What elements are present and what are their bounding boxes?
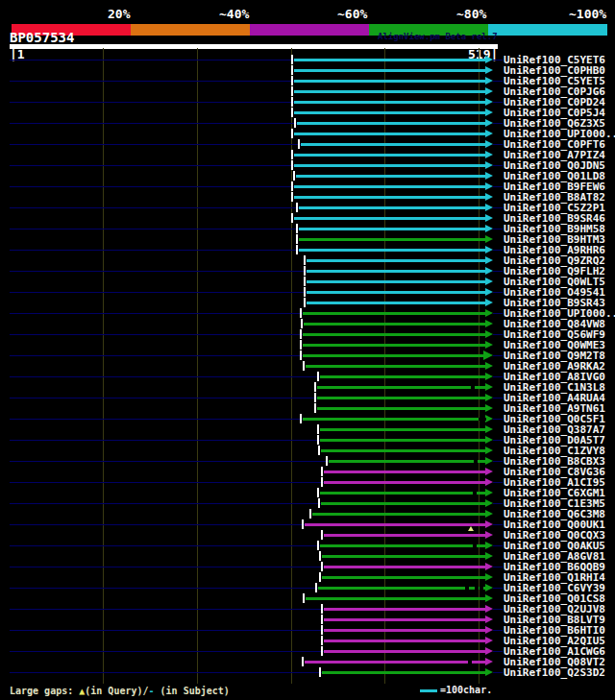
alignment-bar[interactable] bbox=[305, 661, 485, 664]
alignment-bar[interactable] bbox=[307, 302, 485, 304]
alignment-bar[interactable] bbox=[299, 206, 485, 209]
alignment-bar[interactable] bbox=[324, 618, 485, 621]
start-tick bbox=[300, 414, 302, 423]
alignment-bar[interactable] bbox=[299, 249, 485, 252]
start-tick bbox=[321, 477, 323, 487]
start-tick bbox=[317, 488, 319, 497]
large-gaps-legend: Large gaps: ▲(in Query)/- (in Subject) bbox=[10, 686, 230, 696]
alignment-bar[interactable] bbox=[317, 386, 485, 389]
alignment-bar[interactable] bbox=[320, 439, 485, 442]
arrow-head-icon bbox=[485, 542, 493, 549]
alignment-bar[interactable] bbox=[299, 238, 485, 241]
alignment-bar[interactable] bbox=[294, 196, 485, 199]
alignment-bar[interactable] bbox=[297, 122, 485, 125]
alignment-bar[interactable] bbox=[324, 640, 485, 642]
alignment-bar[interactable] bbox=[294, 217, 485, 220]
alignment-bar[interactable] bbox=[320, 544, 485, 547]
trace-line bbox=[10, 271, 307, 272]
alignment-bar[interactable] bbox=[303, 344, 485, 347]
start-tick bbox=[319, 667, 321, 677]
query-id: BP057534 bbox=[10, 30, 74, 45]
alignment-bar[interactable] bbox=[299, 228, 485, 230]
alignment-bar[interactable] bbox=[320, 375, 485, 378]
alignment-bar[interactable] bbox=[303, 354, 485, 357]
trace-line bbox=[493, 545, 503, 546]
alignment-bar[interactable] bbox=[305, 523, 485, 526]
alignment-bar[interactable] bbox=[318, 587, 485, 590]
alignment-bar[interactable] bbox=[324, 608, 485, 611]
alignment-bar[interactable] bbox=[294, 80, 485, 83]
trace-line bbox=[493, 461, 503, 462]
alignment-bar[interactable] bbox=[294, 185, 485, 188]
alignment-bar[interactable] bbox=[304, 323, 485, 326]
alignment-bar[interactable] bbox=[294, 69, 485, 72]
alignment-bar[interactable] bbox=[294, 164, 485, 167]
start-tick bbox=[298, 139, 300, 149]
alignment-bar[interactable] bbox=[322, 555, 485, 558]
alignment-bar[interactable] bbox=[324, 650, 485, 653]
alignment-bar[interactable] bbox=[324, 471, 485, 473]
arrow-head-icon bbox=[485, 552, 493, 560]
alignment-bar[interactable] bbox=[296, 175, 485, 178]
alignment-bar[interactable] bbox=[317, 397, 485, 399]
alignment-bar[interactable] bbox=[322, 576, 485, 579]
trace-line bbox=[10, 419, 303, 420]
arrow-head-icon bbox=[485, 109, 493, 116]
arrow-head-icon bbox=[485, 373, 493, 380]
alignment-bar[interactable] bbox=[324, 481, 485, 484]
trace-line bbox=[493, 376, 503, 377]
arrow-head-icon bbox=[485, 594, 493, 602]
trace-line bbox=[10, 60, 294, 60]
alignment-bar[interactable] bbox=[301, 143, 485, 146]
alignment-bar[interactable] bbox=[324, 566, 485, 568]
alignment-bar[interactable] bbox=[294, 101, 485, 104]
start-tick bbox=[300, 308, 302, 318]
arrow-head-icon bbox=[485, 161, 493, 169]
alignment-bar[interactable] bbox=[294, 154, 485, 157]
alignment-bar[interactable] bbox=[294, 59, 485, 61]
alignment-bar[interactable] bbox=[324, 534, 485, 537]
start-tick bbox=[314, 393, 316, 402]
alignment-row[interactable]: UniRef100_Q2S3D2 bbox=[0, 667, 615, 678]
alignment-bar[interactable] bbox=[306, 597, 485, 600]
start-tick bbox=[296, 234, 298, 244]
arrow-head-icon bbox=[485, 98, 493, 106]
query-bar bbox=[10, 44, 498, 49]
hit-label[interactable]: UniRef100_Q2S3D2 bbox=[504, 667, 605, 678]
alignment-bar[interactable] bbox=[307, 259, 485, 262]
trace-line bbox=[10, 524, 305, 525]
arrow-head-icon bbox=[485, 499, 493, 507]
start-tick bbox=[321, 562, 323, 571]
start-tick bbox=[319, 551, 321, 561]
alignment-bar[interactable] bbox=[320, 428, 485, 431]
unit-scale-label: =100char. bbox=[440, 685, 492, 695]
alignment-bar[interactable] bbox=[307, 270, 485, 273]
alignment-bar[interactable] bbox=[321, 502, 485, 505]
alignment-bar[interactable] bbox=[324, 629, 485, 632]
alignment-bar[interactable] bbox=[294, 111, 485, 114]
arrow-head-icon bbox=[485, 362, 493, 370]
start-tick bbox=[315, 583, 317, 592]
arrow-head-icon bbox=[485, 256, 493, 264]
alignment-bar[interactable] bbox=[303, 418, 485, 421]
alignment-bar[interactable] bbox=[306, 365, 485, 368]
start-tick bbox=[301, 319, 303, 328]
alignment-bar[interactable] bbox=[322, 671, 485, 674]
arrow-head-icon bbox=[485, 626, 493, 634]
alignment-bar[interactable] bbox=[307, 280, 485, 283]
alignment-bar[interactable] bbox=[294, 133, 485, 135]
alignment-bar[interactable] bbox=[294, 90, 485, 93]
alignment-bar[interactable] bbox=[307, 291, 485, 294]
alignment-bar[interactable] bbox=[317, 407, 485, 410]
start-tick bbox=[291, 181, 293, 191]
trace-line bbox=[10, 545, 320, 546]
arrow-head-icon bbox=[485, 341, 493, 349]
alignment-bar[interactable] bbox=[321, 449, 485, 452]
alignment-bar[interactable] bbox=[312, 513, 485, 516]
trace-line bbox=[493, 398, 503, 398]
alignment-bar[interactable] bbox=[303, 312, 485, 315]
alignment-bar[interactable] bbox=[320, 492, 485, 495]
alignment-bar[interactable] bbox=[303, 333, 485, 336]
alignment-bar[interactable] bbox=[329, 460, 485, 463]
subject-gap-dash bbox=[474, 460, 478, 463]
